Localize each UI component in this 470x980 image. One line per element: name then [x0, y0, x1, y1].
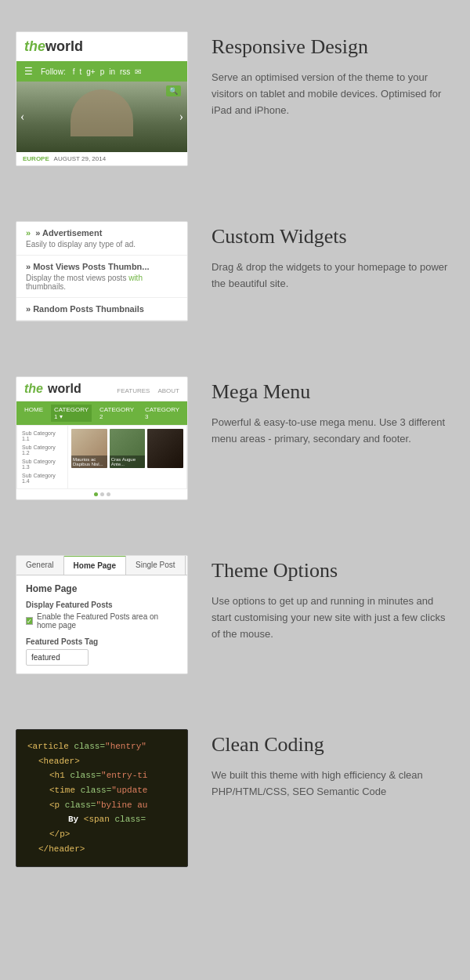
- feature-desc-options: Use options to get up and running in min…: [212, 593, 454, 642]
- feature-desc-code: We built this theme with high efficiency…: [212, 768, 454, 800]
- follow-label: Follow:: [41, 67, 66, 76]
- mega-thumb-1: Maurios ac Dapibus Nisl...: [71, 429, 107, 468]
- code-attr-6: class=: [114, 815, 146, 824]
- screenshot-mega: theworld FEATURES ABOUT HOME CATEGORY 1 …: [16, 376, 188, 500]
- dot-2: [100, 492, 104, 496]
- code-val-5: "byline au: [96, 800, 147, 810]
- feature-widgets: » » Advertisement Easily to display any …: [0, 190, 470, 345]
- screenshot-code: <article class="hentry" <header> <h1 cla…: [16, 729, 188, 867]
- feature-image-code: <article class="hentry" <header> <h1 cla…: [16, 729, 188, 867]
- tab-singlepost[interactable]: Single Post: [126, 556, 186, 575]
- resp-hero: ‹ › 🔍: [16, 82, 187, 152]
- widget-item-3: » Random Posts Thumbnails: [16, 298, 187, 321]
- sub-cat-1: Sub Category 1.1: [22, 429, 63, 443]
- mega-dropdown: Sub Category 1.1 Sub Category 1.2 Sub Ca…: [16, 425, 187, 489]
- feature-text-options: Theme Options Use options to get up and …: [212, 555, 454, 642]
- date-label: AUGUST 29, 2014: [54, 155, 107, 162]
- code-tag-4: <time: [49, 786, 75, 795]
- code-line-3: <h1 class="entry-ti: [27, 768, 176, 783]
- feature-text-mega: Mega Menu Powerful & easy-to-use mega me…: [212, 376, 454, 448]
- feature-theme-options: General Home Page Single Post Home Page …: [0, 524, 470, 698]
- code-val-4: "update: [111, 786, 147, 795]
- mega-brand-the: the: [24, 382, 43, 396]
- feature-title-code: Clean Coding: [212, 733, 454, 757]
- feature-title-responsive: Responsive Design: [212, 35, 454, 59]
- resp-caption: EUROPE AUGUST 29, 2014: [16, 152, 187, 165]
- options-tabs: General Home Page Single Post: [16, 556, 187, 575]
- feature-title-widgets: Custom Widgets: [212, 225, 454, 249]
- nav-cat2: CATEGORY 2: [96, 405, 137, 422]
- options-field-label-1: Display Featured Posts: [26, 601, 178, 609]
- feature-image-responsive: theworld ☰ Follow: f t g+ p in rss ✉ ‹ ›…: [16, 31, 188, 166]
- nav-cat3: CATEGORY 3: [142, 405, 183, 422]
- code-tag-2: <header>: [38, 757, 80, 766]
- brand-the: the: [24, 38, 45, 54]
- tab-homepage[interactable]: Home Page: [64, 555, 126, 575]
- code-tag-3: <h1: [49, 771, 65, 780]
- code-line-8: </header>: [27, 842, 176, 857]
- code-line-7: </p>: [27, 827, 176, 842]
- code-line-4: <time class="update: [27, 783, 176, 798]
- widget-item-2: » Most Views Posts Thumbn... Display the…: [16, 256, 187, 298]
- mega-thumb-2: Cras Augue Ante...: [110, 429, 146, 468]
- feature-image-widgets: » » Advertisement Easily to display any …: [16, 221, 188, 321]
- mega-content: Maurios ac Dapibus Nisl... Cras Augue An…: [68, 426, 186, 488]
- featured-posts-checkbox[interactable]: ✓: [26, 617, 33, 625]
- social-p: p: [100, 67, 105, 76]
- arrow-icon-1: »: [26, 228, 31, 238]
- feature-desc-widgets: Drag & drop the widgets to your homepage…: [212, 260, 454, 292]
- widget-title-1: » » Advertisement: [26, 228, 178, 238]
- resp-brand: theworld: [16, 32, 187, 61]
- widget-desc-1: Easily to display any type of ad.: [26, 240, 178, 249]
- code-tag-1: <article: [27, 742, 69, 751]
- code-tag-5: <p: [49, 800, 60, 810]
- mega-thumb-3: [147, 429, 183, 468]
- sub-cat-3: Sub Category 1.3: [22, 457, 63, 471]
- social-t: t: [79, 67, 81, 76]
- tab-general[interactable]: General: [16, 556, 64, 575]
- featured-tag-input[interactable]: [26, 649, 89, 666]
- feature-desc-responsive: Serve an optimised version of the theme …: [212, 70, 454, 118]
- code-line-6: By <span class=: [27, 812, 176, 827]
- code-attr-5: class=: [65, 800, 96, 810]
- widget-title-2: » Most Views Posts Thumbn...: [26, 262, 178, 271]
- code-val-3: "entry-ti: [101, 771, 147, 780]
- options-section-title: Home Page: [26, 583, 178, 594]
- mega-sidebar: Sub Category 1.1 Sub Category 1.2 Sub Ca…: [17, 426, 68, 488]
- prev-arrow-icon[interactable]: ‹: [20, 110, 24, 124]
- header-link-features: FEATURES: [117, 387, 150, 394]
- options-field-label-2: Featured Posts Tag: [26, 637, 178, 646]
- next-arrow-icon[interactable]: ›: [179, 110, 183, 124]
- feature-responsive: theworld ☰ Follow: f t g+ p in rss ✉ ‹ ›…: [0, 0, 470, 190]
- options-checkbox-row: ✓ Enable the Featured Posts area on home…: [26, 612, 178, 630]
- mega-dots: [16, 489, 187, 499]
- feature-text-code: Clean Coding We built this theme with hi…: [212, 729, 454, 800]
- mega-thumb-text-1: Maurios ac Dapibus Nisl...: [71, 456, 107, 468]
- feature-text-widgets: Custom Widgets Drag & drop the widgets t…: [212, 221, 454, 292]
- nav-cat1: CATEGORY 1 ▾: [51, 405, 92, 422]
- search-icon[interactable]: 🔍: [166, 85, 181, 96]
- code-close-p: </p>: [49, 829, 70, 839]
- feature-title-options: Theme Options: [212, 559, 454, 583]
- code-close-header: </header>: [38, 844, 85, 854]
- code-span: <span: [84, 815, 110, 824]
- feature-title-mega: Mega Menu: [212, 380, 454, 404]
- feature-image-options: General Home Page Single Post Home Page …: [16, 555, 188, 674]
- feature-clean-coding: <article class="hentry" <header> <h1 cla…: [0, 698, 470, 891]
- sub-cat-2: Sub Category 1.2: [22, 443, 63, 457]
- code-attr-4: class=: [81, 786, 112, 795]
- sub-cat-4: Sub Category 1.4: [22, 471, 63, 485]
- code-val-1: "hentry": [105, 742, 146, 751]
- feature-text-responsive: Responsive Design Serve an optimised ver…: [212, 31, 454, 118]
- screenshot-options: General Home Page Single Post Home Page …: [16, 555, 188, 674]
- social-rss: rss: [120, 67, 130, 76]
- social-in: in: [109, 67, 115, 76]
- widget-item-1: » » Advertisement Easily to display any …: [16, 222, 187, 256]
- mega-header: theworld FEATURES ABOUT: [16, 377, 187, 401]
- code-line-2: <header>: [27, 754, 176, 769]
- mega-header-links: FEATURES ABOUT: [117, 387, 179, 394]
- options-body: Home Page Display Featured Posts ✓ Enabl…: [16, 575, 187, 673]
- mega-thumb-text-2: Cras Augue Ante...: [110, 456, 146, 468]
- checkbox-label: Enable the Featured Posts area on home p…: [37, 612, 178, 630]
- widget-title-3: » Random Posts Thumbnails: [26, 304, 178, 314]
